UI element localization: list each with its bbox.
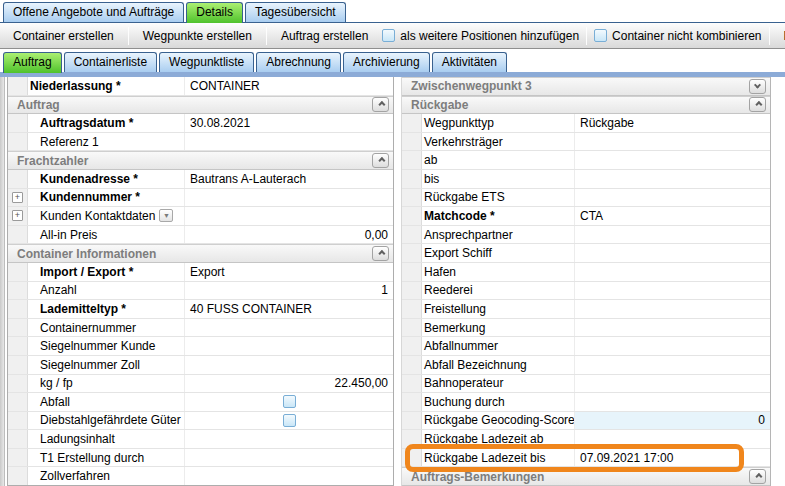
field-value-cell[interactable] <box>184 133 393 151</box>
chevron-up-icon <box>755 473 762 480</box>
field-value-cell[interactable] <box>574 226 770 244</box>
field-row-freistellung: Freistellung <box>402 300 770 319</box>
field-value-cell[interactable]: CONTAINER <box>184 77 393 95</box>
field-value-cell[interactable]: CTA <box>574 207 770 225</box>
field-value-cell[interactable] <box>184 207 393 225</box>
content-area: Niederlassung *CONTAINERAuftragAuftragsd… <box>0 77 785 486</box>
field-value-cell[interactable] <box>574 244 770 262</box>
section-header-container-informationen: Container Informationen <box>8 244 393 263</box>
tab-label: Containerliste <box>74 55 147 69</box>
field-label-cell: kg / fp <box>28 375 184 393</box>
field-value-cell[interactable] <box>574 133 770 151</box>
field-row-ladungsinhalt: Ladungsinhalt <box>8 430 393 449</box>
field-value-cell[interactable] <box>184 430 393 448</box>
field-value: 0 <box>758 413 765 427</box>
field-value-cell[interactable] <box>574 319 770 337</box>
neuanlage-button[interactable]: Neuanlage <box>777 26 785 46</box>
subtab-abrechnung[interactable]: Abrechnung <box>256 52 341 72</box>
als-weitere-positionen-hinzufügen-checkbox-option[interactable]: als weitere Positionen hinzufügen <box>382 29 579 43</box>
field-value-cell[interactable]: Rückgabe <box>574 114 770 132</box>
expand-section-button[interactable] <box>749 79 766 94</box>
subtab-containerliste[interactable]: Containerliste <box>64 52 157 72</box>
row-gutter <box>8 467 28 485</box>
field-label-cell: Siegelnummer Zoll <box>28 356 184 374</box>
field-value-cell[interactable] <box>184 356 393 374</box>
collapse-section-button[interactable] <box>372 246 389 261</box>
field-row-abfallnummer: Abfallnummer <box>402 337 770 356</box>
field-label-cell: Hafen <box>422 263 574 281</box>
als-weitere-positionen-hinzufügen-checkbox[interactable] <box>382 29 395 42</box>
container-nicht-kombinieren-checkbox-option[interactable]: Container nicht kombinieren <box>594 29 761 43</box>
tab-offene-angebote-und-aufträge[interactable]: Offene Angebote und Aufträge <box>3 2 184 22</box>
filter-icon[interactable]: ▼ <box>159 209 173 222</box>
tab-tagesübersicht[interactable]: Tagesübersicht <box>245 2 346 22</box>
field-value-cell[interactable] <box>184 467 393 485</box>
field-row-kunden-kontaktdaten: +Kunden Kontaktdaten▼ <box>8 207 393 226</box>
field-value-cell[interactable] <box>184 319 393 337</box>
waypoint-form-panel: Zwischenwegpunkt 3RückgabeWegpunkttypRüc… <box>401 77 771 486</box>
field-value-cell[interactable] <box>184 449 393 467</box>
row-gutter <box>402 133 422 151</box>
subtab-auftrag[interactable]: Auftrag <box>3 52 62 73</box>
expand-icon[interactable]: + <box>12 210 23 221</box>
expand-icon[interactable]: + <box>12 192 23 203</box>
row-gutter <box>8 300 28 318</box>
container-erstellen-button[interactable]: Container erstellen <box>6 26 121 46</box>
field-value-cell[interactable] <box>574 337 770 355</box>
field-label-cell: Import / Export * <box>28 263 184 281</box>
field-label: bis <box>424 172 439 186</box>
collapse-section-button[interactable] <box>372 97 389 112</box>
section-header-rückgabe: Rückgabe <box>402 96 770 115</box>
field-value-cell[interactable] <box>574 430 770 448</box>
field-value-cell[interactable] <box>574 356 770 374</box>
field-value-cell[interactable] <box>184 189 393 207</box>
wegpunkte-erstellen-button[interactable]: Wegpunkte erstellen <box>136 26 259 46</box>
left-splitter[interactable] <box>0 77 5 486</box>
collapse-section-button[interactable] <box>749 469 766 484</box>
field-label: All-in Preis <box>40 228 97 242</box>
field-value-cell[interactable] <box>574 375 770 393</box>
field-label-cell: Kunden Kontaktdaten▼ <box>28 207 184 225</box>
field-label-cell: Niederlassung * <box>28 77 184 95</box>
field-value-cell[interactable] <box>574 300 770 318</box>
main-tab-bar: Offene Angebote und AufträgeDetailsTages… <box>0 0 785 23</box>
field-value-cell[interactable] <box>574 263 770 281</box>
field-label-cell: Reederei <box>422 282 574 300</box>
field-label: Diebstahlgefährdete Güter <box>40 413 181 427</box>
field-value-cell[interactable]: 1 <box>184 282 393 300</box>
field-value-cell[interactable]: 07.09.2021 17:00 <box>574 449 770 467</box>
field-label: Siegelnummer Zoll <box>40 358 140 372</box>
field-value-cell[interactable] <box>574 170 770 188</box>
field-value-cell[interactable] <box>574 282 770 300</box>
tab-label: Wegpunktliste <box>169 55 244 69</box>
field-value-cell[interactable] <box>184 393 393 411</box>
checkbox[interactable] <box>283 414 296 427</box>
field-value-cell[interactable]: Export <box>184 263 393 281</box>
field-value-cell[interactable]: 30.08.2021 <box>184 114 393 132</box>
collapse-section-button[interactable] <box>749 97 766 112</box>
field-label: Kundenadresse * <box>40 172 138 186</box>
container-nicht-kombinieren-checkbox[interactable] <box>594 29 607 42</box>
order-form-panel: Niederlassung *CONTAINERAuftragAuftragsd… <box>7 77 394 486</box>
field-value-cell[interactable]: 40 FUSS CONTAINER <box>184 300 393 318</box>
field-value-cell[interactable] <box>574 189 770 207</box>
field-value-cell[interactable] <box>184 412 393 430</box>
checkbox[interactable] <box>283 395 296 408</box>
auftrag-erstellen-button[interactable]: Auftrag erstellen <box>274 26 375 46</box>
subtab-aktivitäten[interactable]: Aktivitäten <box>432 52 507 72</box>
collapse-section-button[interactable] <box>372 153 389 168</box>
field-value-cell[interactable]: 22.450,00 <box>184 375 393 393</box>
field-value-cell[interactable] <box>574 393 770 411</box>
subtab-wegpunktliste[interactable]: Wegpunktliste <box>159 52 254 72</box>
tab-details[interactable]: Details <box>186 2 243 23</box>
field-value-cell[interactable]: Bautrans A-Lauterach <box>184 170 393 188</box>
field-value: CTA <box>580 209 603 223</box>
field-value-cell[interactable]: 0 <box>574 412 770 430</box>
field-value-cell[interactable]: 0,00 <box>184 226 393 244</box>
field-value-cell[interactable] <box>574 151 770 169</box>
subtab-archivierung[interactable]: Archivierung <box>343 52 430 72</box>
field-row-bahnoperateur: Bahnoperateur <box>402 375 770 394</box>
field-value: Bautrans A-Lauterach <box>190 172 306 186</box>
field-value-cell[interactable] <box>184 337 393 355</box>
field-label-cell: Bahnoperateur <box>422 375 574 393</box>
